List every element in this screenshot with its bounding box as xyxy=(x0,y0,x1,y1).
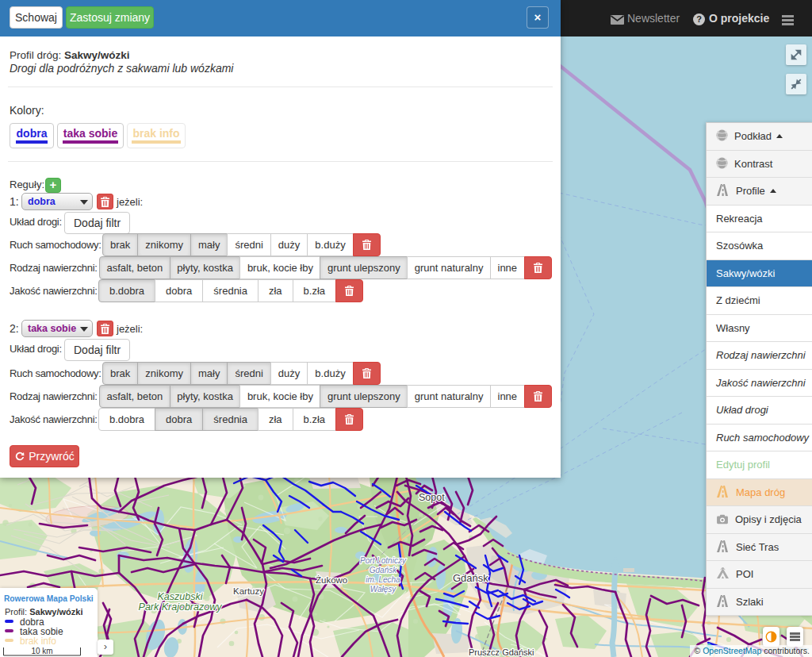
svg-text:Gdańsk: Gdańsk xyxy=(370,566,397,574)
svg-text:Sopot: Sopot xyxy=(419,492,445,503)
svg-text:Wałęsy: Wałęsy xyxy=(370,585,397,594)
svg-text:Park Krajobrazowy: Park Krajobrazowy xyxy=(139,601,223,613)
svg-text:im. Lecha: im. Lecha xyxy=(366,575,400,584)
svg-text:Port Lotniczy: Port Lotniczy xyxy=(360,556,407,565)
svg-text:Kartuzy: Kartuzy xyxy=(233,586,264,596)
svg-text:Gdańsk: Gdańsk xyxy=(453,572,488,584)
svg-text:?: ? xyxy=(696,14,702,24)
svg-text:Żukowo: Żukowo xyxy=(316,575,347,585)
svg-text:Pruszcz Gdański: Pruszcz Gdański xyxy=(469,647,534,657)
svg-text:10 km: 10 km xyxy=(31,647,52,655)
svg-text:Kaszubski: Kaszubski xyxy=(158,591,204,602)
